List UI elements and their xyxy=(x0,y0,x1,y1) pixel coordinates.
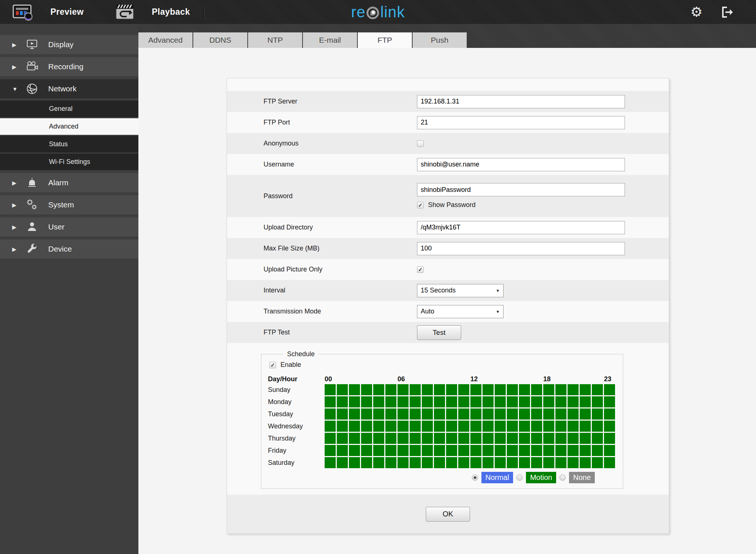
schedule-cell[interactable] xyxy=(446,433,457,444)
tab-ddns[interactable]: DDNS xyxy=(193,32,247,48)
schedule-cell[interactable] xyxy=(531,384,542,395)
schedule-cell[interactable] xyxy=(337,409,348,420)
schedule-cell[interactable] xyxy=(568,409,579,420)
password-input[interactable] xyxy=(417,183,625,196)
schedule-cell[interactable] xyxy=(446,409,457,420)
schedule-cell[interactable] xyxy=(519,433,530,444)
playback-nav-label[interactable]: Playback xyxy=(152,7,190,17)
schedule-cell[interactable] xyxy=(349,457,360,468)
schedule-cell[interactable] xyxy=(568,421,579,432)
show-password-checkbox[interactable] xyxy=(417,202,424,208)
mode-badge-normal[interactable]: Normal xyxy=(481,472,513,483)
schedule-cell[interactable] xyxy=(604,384,615,395)
schedule-cell[interactable] xyxy=(483,457,494,468)
schedule-cell[interactable] xyxy=(495,409,506,420)
schedule-cell[interactable] xyxy=(410,409,421,420)
schedule-cell[interactable] xyxy=(483,421,494,432)
schedule-cell[interactable] xyxy=(604,445,615,456)
schedule-cell[interactable] xyxy=(434,433,445,444)
schedule-cell[interactable] xyxy=(325,421,336,432)
schedule-cell[interactable] xyxy=(458,396,469,407)
mode-badge-none[interactable]: None xyxy=(569,472,595,483)
schedule-cell[interactable] xyxy=(422,457,433,468)
schedule-cell[interactable] xyxy=(446,384,457,395)
playback-icon[interactable] xyxy=(115,3,136,21)
schedule-cell[interactable] xyxy=(555,433,566,444)
schedule-cell[interactable] xyxy=(385,457,396,468)
schedule-cell[interactable] xyxy=(410,457,421,468)
schedule-cell[interactable] xyxy=(361,409,372,420)
schedule-cell[interactable] xyxy=(531,421,542,432)
schedule-cell[interactable] xyxy=(543,409,554,420)
schedule-cell[interactable] xyxy=(507,421,518,432)
sidebar-subitem-status[interactable]: Status xyxy=(0,136,138,152)
schedule-cell[interactable] xyxy=(531,457,542,468)
schedule-cell[interactable] xyxy=(325,409,336,420)
ftp-port-input[interactable] xyxy=(417,116,625,129)
schedule-cell[interactable] xyxy=(361,433,372,444)
schedule-cell[interactable] xyxy=(531,396,542,407)
schedule-cell[interactable] xyxy=(495,433,506,444)
schedule-cell[interactable] xyxy=(580,384,591,395)
schedule-cell[interactable] xyxy=(507,409,518,420)
username-input[interactable] xyxy=(417,158,625,171)
schedule-cell[interactable] xyxy=(580,421,591,432)
schedule-cell[interactable] xyxy=(555,421,566,432)
schedule-cell[interactable] xyxy=(422,384,433,395)
schedule-cell[interactable] xyxy=(398,409,409,420)
tab-ftp[interactable]: FTP xyxy=(358,32,412,48)
schedule-cell[interactable] xyxy=(410,421,421,432)
schedule-cell[interactable] xyxy=(446,421,457,432)
schedule-cell[interactable] xyxy=(555,457,566,468)
schedule-cell[interactable] xyxy=(373,421,384,432)
schedule-cell[interactable] xyxy=(349,384,360,395)
schedule-cell[interactable] xyxy=(543,384,554,395)
schedule-cell[interactable] xyxy=(568,396,579,407)
tab-push[interactable]: Push xyxy=(413,32,467,48)
schedule-cell[interactable] xyxy=(580,396,591,407)
schedule-cell[interactable] xyxy=(458,409,469,420)
schedule-cell[interactable] xyxy=(555,409,566,420)
schedule-cell[interactable] xyxy=(592,384,603,395)
preview-icon[interactable] xyxy=(12,3,35,21)
schedule-cell[interactable] xyxy=(519,409,530,420)
schedule-cell[interactable] xyxy=(604,457,615,468)
schedule-cell[interactable] xyxy=(458,384,469,395)
schedule-cell[interactable] xyxy=(592,421,603,432)
schedule-cell[interactable] xyxy=(385,433,396,444)
schedule-cell[interactable] xyxy=(373,433,384,444)
schedule-cell[interactable] xyxy=(385,384,396,395)
schedule-cell[interactable] xyxy=(410,433,421,444)
max-file-size-input[interactable] xyxy=(417,242,625,255)
schedule-cell[interactable] xyxy=(446,457,457,468)
schedule-cell[interactable] xyxy=(434,396,445,407)
schedule-cell[interactable] xyxy=(592,396,603,407)
sidebar-item-network[interactable]: ▼Network xyxy=(0,79,138,98)
schedule-cell[interactable] xyxy=(373,384,384,395)
schedule-cell[interactable] xyxy=(604,396,615,407)
schedule-cell[interactable] xyxy=(410,384,421,395)
schedule-cell[interactable] xyxy=(555,445,566,456)
schedule-cell[interactable] xyxy=(337,457,348,468)
schedule-cell[interactable] xyxy=(434,409,445,420)
schedule-cell[interactable] xyxy=(373,457,384,468)
schedule-cell[interactable] xyxy=(507,457,518,468)
schedule-cell[interactable] xyxy=(519,396,530,407)
schedule-cell[interactable] xyxy=(519,445,530,456)
schedule-cell[interactable] xyxy=(519,421,530,432)
ftp-test-button[interactable]: Test xyxy=(417,325,461,340)
schedule-cell[interactable] xyxy=(568,433,579,444)
schedule-cell[interactable] xyxy=(361,445,372,456)
transmission-mode-select[interactable]: Auto ▼ xyxy=(417,305,504,318)
schedule-cell[interactable] xyxy=(361,396,372,407)
logout-icon[interactable] xyxy=(720,5,735,19)
schedule-cell[interactable] xyxy=(483,409,494,420)
schedule-cell[interactable] xyxy=(446,396,457,407)
ok-button[interactable]: OK xyxy=(426,507,470,522)
schedule-cell[interactable] xyxy=(568,445,579,456)
tab-ntp[interactable]: NTP xyxy=(248,32,302,48)
anonymous-checkbox[interactable] xyxy=(417,140,424,147)
sidebar-item-user[interactable]: ▶User xyxy=(0,217,138,236)
sidebar-item-system[interactable]: ▶System xyxy=(0,195,138,214)
schedule-cell[interactable] xyxy=(507,384,518,395)
